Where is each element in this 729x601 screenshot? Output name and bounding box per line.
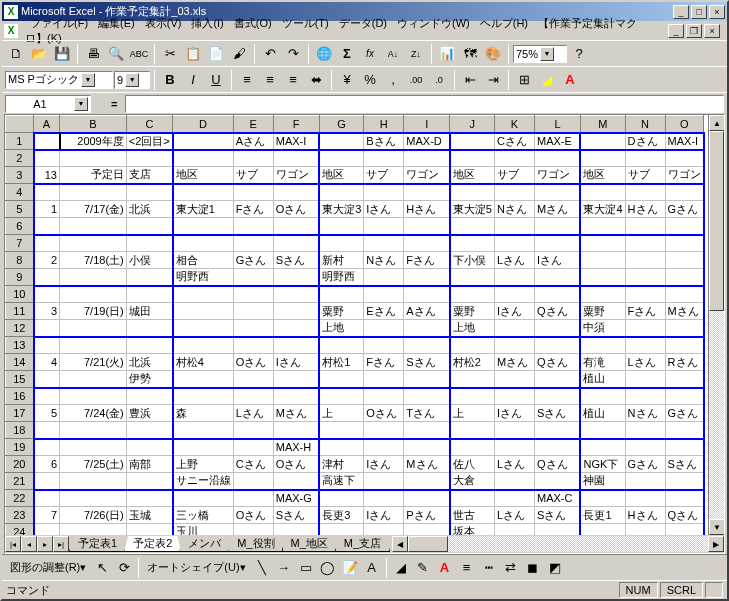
row-header[interactable]: 3 (6, 167, 34, 184)
maximize-button[interactable]: □ (691, 5, 707, 19)
cell[interactable]: 新村 (319, 252, 364, 269)
row-header[interactable]: 21 (6, 473, 34, 490)
italic-icon[interactable]: I (182, 69, 204, 91)
hyperlink-icon[interactable]: 🌐 (313, 43, 335, 65)
cell[interactable] (494, 286, 534, 303)
cell[interactable]: Mさん (494, 354, 534, 371)
cell[interactable]: ワゴン (404, 167, 450, 184)
cell[interactable] (34, 235, 60, 252)
cell[interactable] (233, 235, 273, 252)
col-header[interactable]: E (233, 116, 273, 133)
cell[interactable] (494, 218, 534, 235)
cell[interactable]: Sさん (534, 405, 580, 422)
arrowstyle-icon[interactable]: ⇄ (500, 557, 522, 579)
cell[interactable] (60, 490, 127, 507)
cell[interactable]: 豊浜 (126, 405, 172, 422)
cell[interactable] (34, 150, 60, 167)
cell[interactable] (319, 524, 364, 536)
scroll-left-icon[interactable]: ◀ (392, 536, 408, 552)
cell[interactable] (126, 235, 172, 252)
cell[interactable] (580, 286, 625, 303)
cell[interactable] (494, 269, 534, 286)
cell[interactable] (34, 524, 60, 536)
sheet-tab[interactable]: 予定表1 (69, 536, 126, 552)
cell[interactable]: 7/18(土) (60, 252, 127, 269)
cell[interactable]: サブ (625, 167, 665, 184)
cell[interactable] (404, 337, 450, 354)
cell[interactable] (126, 473, 172, 490)
cell[interactable]: Fさん (364, 354, 404, 371)
wordart-icon[interactable]: A (361, 557, 383, 579)
fill-color-icon[interactable]: ◢ (536, 69, 558, 91)
cell[interactable]: Rさん (665, 354, 704, 371)
merge-icon[interactable]: ⬌ (305, 69, 327, 91)
size-combo[interactable]: 9▼ (114, 71, 150, 89)
cell[interactable] (665, 286, 704, 303)
cell[interactable] (60, 422, 127, 439)
cell[interactable]: 大倉 (450, 473, 495, 490)
borders-icon[interactable]: ⊞ (513, 69, 535, 91)
cell[interactable]: 東大淀5 (450, 201, 495, 218)
cell[interactable] (173, 286, 234, 303)
cell[interactable]: 東大淀1 (173, 201, 234, 218)
cell[interactable]: Hさん (625, 507, 665, 524)
cell[interactable] (665, 252, 704, 269)
row-header[interactable]: 22 (6, 490, 34, 507)
cell[interactable]: 森 (173, 405, 234, 422)
cell[interactable] (273, 184, 319, 201)
cell[interactable]: 粟野 (580, 303, 625, 320)
cell[interactable]: Iさん (494, 405, 534, 422)
cell[interactable] (665, 184, 704, 201)
cell[interactable] (450, 269, 495, 286)
cell[interactable] (273, 303, 319, 320)
cell[interactable] (126, 286, 172, 303)
cell[interactable] (404, 235, 450, 252)
cell[interactable]: 予定日 (60, 167, 127, 184)
shadow-icon[interactable]: ◼ (522, 557, 544, 579)
cell[interactable]: 小俣 (126, 252, 172, 269)
cell[interactable] (580, 524, 625, 536)
cell[interactable] (450, 235, 495, 252)
cell[interactable] (665, 218, 704, 235)
cell[interactable]: ワゴン (273, 167, 319, 184)
row-header[interactable]: 8 (6, 252, 34, 269)
cell[interactable] (34, 337, 60, 354)
cell[interactable] (60, 218, 127, 235)
cell[interactable] (60, 150, 127, 167)
preview-icon[interactable]: 🔍 (105, 43, 127, 65)
cell[interactable]: 村松2 (450, 354, 495, 371)
cell[interactable] (34, 371, 60, 388)
cell[interactable] (173, 388, 234, 405)
cell[interactable]: Sさん (273, 252, 319, 269)
sheet-tab[interactable]: M_支店 (335, 536, 390, 552)
hscroll-thumb[interactable] (408, 536, 448, 552)
cell[interactable]: Cさん (233, 456, 273, 473)
chart-icon[interactable]: 📊 (436, 43, 458, 65)
cut-icon[interactable]: ✂ (159, 43, 181, 65)
cell[interactable] (319, 439, 364, 456)
row-header[interactable]: 11 (6, 303, 34, 320)
cell[interactable]: 南部 (126, 456, 172, 473)
cell[interactable]: Oさん (233, 507, 273, 524)
cell[interactable]: Oさん (364, 405, 404, 422)
cell[interactable]: サニー沿線 (173, 473, 234, 490)
cell[interactable] (126, 269, 172, 286)
tab-first-icon[interactable]: |◂ (5, 536, 21, 552)
cell[interactable] (494, 524, 534, 536)
cell[interactable]: サブ (364, 167, 404, 184)
cell[interactable]: Iさん (364, 456, 404, 473)
cell[interactable] (665, 490, 704, 507)
cell[interactable] (60, 269, 127, 286)
cell[interactable] (319, 133, 364, 150)
cell[interactable] (364, 269, 404, 286)
cell[interactable] (625, 252, 665, 269)
cell[interactable]: MAX-I (665, 133, 704, 150)
cell[interactable]: 地区 (580, 167, 625, 184)
col-header[interactable]: J (450, 116, 495, 133)
cell[interactable]: 5 (34, 405, 60, 422)
cell[interactable]: Lさん (494, 456, 534, 473)
save-icon[interactable]: 💾 (51, 43, 73, 65)
cell[interactable]: Qさん (665, 507, 704, 524)
cell[interactable] (665, 371, 704, 388)
cell[interactable]: 上野 (173, 456, 234, 473)
